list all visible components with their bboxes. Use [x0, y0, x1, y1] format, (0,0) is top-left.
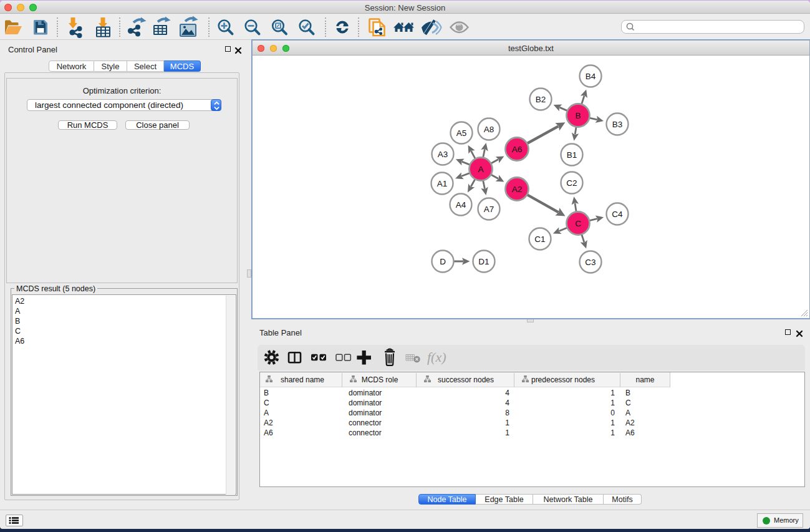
svg-text:C2: C2: [566, 178, 577, 188]
svg-text:A5: A5: [456, 128, 467, 138]
svg-text:B: B: [575, 111, 581, 120]
svg-text:A3: A3: [438, 150, 448, 159]
svg-text:B2: B2: [536, 95, 546, 104]
svg-text:B1: B1: [567, 150, 577, 160]
svg-text:D: D: [440, 257, 446, 266]
svg-text:A7: A7: [484, 205, 494, 214]
svg-text:A: A: [478, 165, 483, 174]
svg-text:f(x): f(x): [427, 349, 446, 365]
svg-text:A1: A1: [437, 179, 448, 188]
svg-text:C1: C1: [534, 235, 545, 244]
svg-text:D1: D1: [478, 257, 489, 266]
svg-text:C4: C4: [612, 210, 623, 219]
svg-text:A8: A8: [484, 125, 494, 134]
svg-text:A2: A2: [512, 185, 523, 194]
svg-text:B3: B3: [612, 120, 623, 129]
svg-text:C: C: [575, 219, 581, 228]
svg-text:A6: A6: [512, 145, 523, 154]
svg-text:B4: B4: [586, 72, 596, 81]
svg-text:A4: A4: [456, 200, 466, 210]
svg-text:C3: C3: [585, 258, 595, 267]
